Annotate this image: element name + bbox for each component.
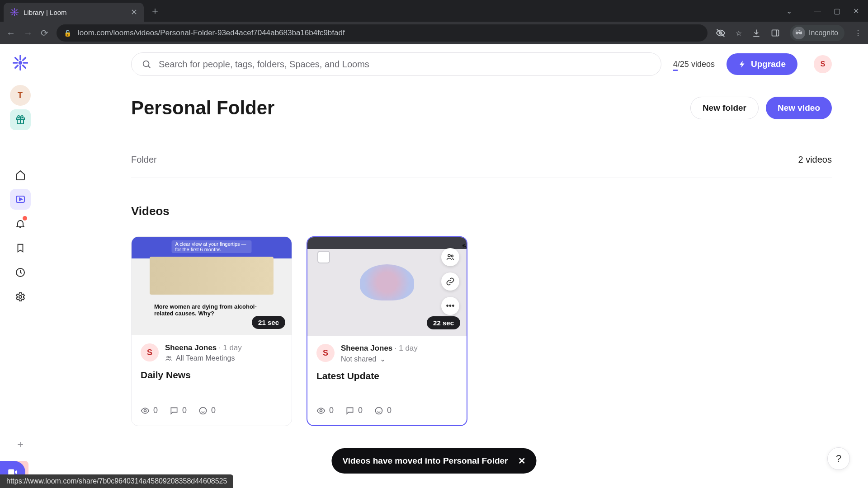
video-grid: A clear view at your fingertips — for th… [131,236,832,426]
browser-menu-icon[interactable]: ⋮ [854,29,862,38]
home-icon[interactable] [10,164,31,185]
loom-logo-icon[interactable] [10,52,31,73]
history-icon[interactable] [10,262,31,283]
svg-marker-9 [19,198,22,201]
select-checkbox[interactable] [317,251,330,263]
video-title: Daily News [141,370,283,380]
toast: Videos have moved into Personal Folder ✕ [331,448,536,474]
video-age: 1 day [399,344,418,352]
search-placeholder: Search for people, tags, folders, Spaces… [159,59,369,70]
svg-point-12 [143,61,149,67]
comment-icon [170,406,179,415]
incognito-label: Incognito [809,29,838,37]
browser-tab[interactable]: Library | Loom ✕ [4,3,144,22]
share-people-icon[interactable] [441,248,459,266]
author-name: Sheena Jones [165,343,217,352]
video-stats: 0 0 0 [141,406,283,415]
gift-icon[interactable] [10,109,31,130]
svg-point-17 [200,407,207,414]
chevron-down-icon: ⌄ [380,355,386,363]
eye-icon [141,406,150,415]
share-status[interactable]: Not shared ⌄ [341,355,418,363]
thumb-banner: A clear view at your fingertips — for th… [172,240,252,253]
thumb-caption: More women are dying from alcohol-relate… [154,303,264,317]
thumb-image [360,264,414,300]
eye-off-icon[interactable] [716,28,726,38]
video-count[interactable]: 4/25 videos [673,60,715,69]
reload-button[interactable]: ⟳ [41,28,48,38]
page-header: Personal Folder New folder New video [131,97,832,119]
svg-point-11 [19,296,22,298]
downloads-icon[interactable] [752,28,761,38]
duration-badge: 22 sec [427,316,460,329]
upgrade-button[interactable]: Upgrade [726,53,797,75]
svg-point-18 [448,254,450,257]
folder-meta-row: Folder 2 videos [131,155,832,178]
author-avatar: S [141,343,159,361]
svg-point-19 [451,255,453,257]
status-bar-url: https://www.loom.com/share/7b0c9640314a4… [0,474,233,488]
cursor-icon: ↖ [460,240,467,253]
back-button[interactable]: ← [6,28,15,38]
video-thumbnail[interactable]: A clear view at your fingertips — for th… [132,237,292,335]
loom-favicon [10,8,19,17]
browser-chrome: Library | Loom ✕ ＋ ⌄ ― ▢ ✕ ← → ⟳ 🔒 loom.… [0,0,868,44]
emoji-icon [374,406,383,415]
video-stats: 0 0 0 [316,406,458,415]
copy-link-icon[interactable] [441,272,459,291]
comment-icon [345,406,354,415]
incognito-chip[interactable]: 🕶 Incognito [790,25,844,41]
bookmark-star-icon[interactable]: ☆ [736,29,742,38]
new-folder-button[interactable]: New folder [690,97,759,119]
more-actions-icon[interactable]: ••• [441,297,459,315]
new-video-button[interactable]: New video [766,97,832,119]
author-avatar: S [316,344,335,362]
author-name: Sheena Jones [341,344,392,352]
video-thumbnail[interactable]: ••• 22 sec ↖ [307,237,467,336]
video-card[interactable]: ••• 22 sec ↖ S Sheena Jones · 1 day Not … [307,236,467,426]
toast-close-icon[interactable]: ✕ [518,455,526,466]
folder-label: Folder [131,155,157,165]
url-text: loom.com/looms/videos/Personal-Folder-93… [78,28,345,38]
tab-search-icon[interactable]: ⌄ [786,7,792,15]
videos-section-title: Videos [131,204,832,218]
minimize-icon[interactable]: ― [814,7,821,15]
tab-close-icon[interactable]: ✕ [131,7,137,17]
share-status[interactable]: All Team Meetings [165,354,242,362]
tab-title: Library | Loom [24,9,126,16]
maximize-icon[interactable]: ▢ [834,7,840,15]
notification-dot [23,216,27,221]
folder-video-count: 2 videos [798,155,832,165]
page-title: Personal Folder [131,97,274,119]
search-input[interactable]: Search for people, tags, folders, Spaces… [131,52,661,76]
tab-bar: Library | Loom ✕ ＋ ⌄ ― ▢ ✕ [0,0,868,22]
main-content: Search for people, tags, folders, Spaces… [41,44,868,488]
window-controls: ⌄ ― ▢ ✕ [786,7,864,15]
video-card[interactable]: A clear view at your fingertips — for th… [131,236,292,426]
side-panel-icon[interactable] [771,28,780,38]
url-field[interactable]: 🔒 loom.com/looms/videos/Personal-Folder-… [57,24,708,42]
svg-point-16 [144,409,146,412]
video-age: 1 day [223,343,242,352]
add-button[interactable]: ＋ [10,434,31,455]
bookmarks-icon[interactable] [10,238,31,258]
help-button[interactable]: ? [827,447,850,470]
search-icon [142,59,151,69]
user-avatar[interactable]: S [814,55,832,73]
library-icon[interactable] [10,189,31,210]
settings-icon[interactable] [10,286,31,307]
incognito-icon: 🕶 [793,27,805,39]
emoji-icon [198,406,208,415]
duration-badge: 21 sec [252,316,285,329]
toast-message: Videos have moved into Personal Folder [342,456,508,466]
lock-icon: 🔒 [64,29,71,37]
header-row: Search for people, tags, folders, Spaces… [131,52,832,76]
workspace-badge[interactable]: T [10,85,31,106]
notifications-icon[interactable] [10,213,31,234]
window-close-icon[interactable]: ✕ [853,7,859,15]
svg-point-21 [376,407,382,414]
new-tab-button[interactable]: ＋ [150,4,160,18]
svg-point-5 [18,61,22,65]
svg-point-15 [170,357,171,358]
forward-button[interactable]: → [24,28,33,38]
